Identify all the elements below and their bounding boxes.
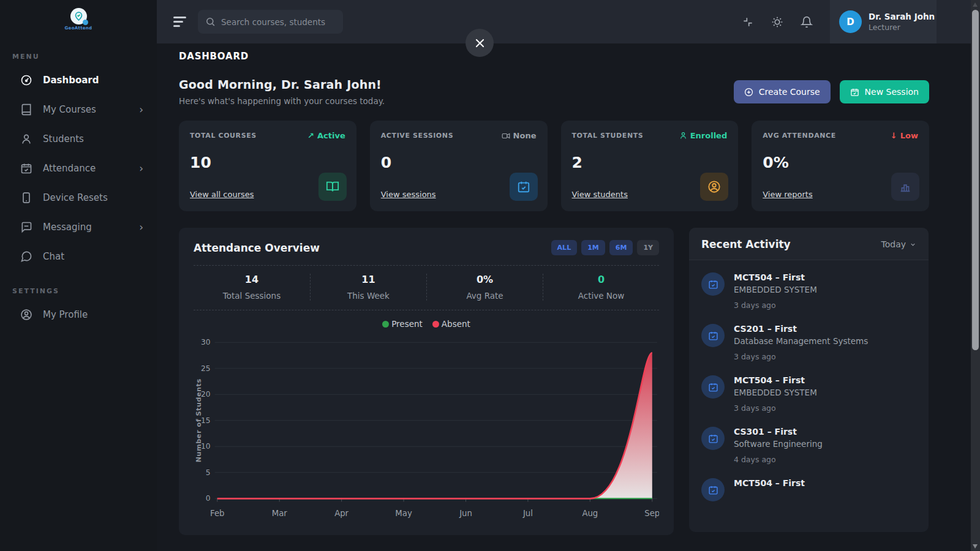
person-icon <box>679 132 687 140</box>
sidebar-item-my-profile[interactable]: My Profile <box>0 300 157 329</box>
svg-text:Aug: Aug <box>582 509 598 518</box>
calendar-check-icon <box>510 173 538 201</box>
compress-icon[interactable] <box>742 16 754 28</box>
close-button[interactable] <box>466 29 494 57</box>
stat-value: 0% <box>763 154 918 171</box>
scroll-down-arrow-icon[interactable] <box>973 544 978 549</box>
view-students-link[interactable]: View students <box>572 190 628 199</box>
chevron-down-icon <box>910 241 916 248</box>
page-scrollbar[interactable] <box>971 0 980 551</box>
scrollbar-thumb[interactable] <box>972 10 979 350</box>
calendar-check-icon <box>701 427 725 450</box>
sidebar-item-label: My Profile <box>43 309 88 320</box>
stat-card-total-courses: TOTAL COURSES ↗ Active 10 View all cours… <box>179 121 356 211</box>
user-role: Lecturer <box>869 23 935 32</box>
range-1m-button[interactable]: 1M <box>581 240 605 255</box>
chevron-right-icon: › <box>139 163 143 174</box>
notifications-bell-icon[interactable] <box>801 16 813 28</box>
search-box[interactable] <box>198 10 343 34</box>
arrow-down-icon: ↓ <box>891 131 897 140</box>
stat-total-sessions: 14 Total Sessions <box>194 274 310 301</box>
avatar: D <box>839 10 862 33</box>
range-6m-button[interactable]: 6M <box>609 240 633 255</box>
activity-item[interactable]: CS301 – First Software Engineering 4 day… <box>701 427 916 464</box>
range-1y-button[interactable]: 1Y <box>637 240 659 255</box>
stat-avg-rate: 0% Avg Rate <box>426 274 543 301</box>
user-circle-icon <box>20 309 32 321</box>
absent-dot-icon <box>432 321 439 328</box>
legend-absent: Absent <box>432 319 470 329</box>
activity-item[interactable]: CS201 – First Database Management System… <box>701 324 916 361</box>
legend-present: Present <box>382 319 423 329</box>
sidebar-item-label: Messaging <box>43 222 92 233</box>
calendar-check-icon <box>20 162 32 174</box>
activity-filter-dropdown[interactable]: Today <box>881 239 917 249</box>
stat-value: 0 <box>381 154 537 171</box>
app-logo[interactable]: GeoAttend <box>0 0 157 31</box>
sidebar-item-attendance[interactable]: Attendance › <box>0 154 157 183</box>
sidebar-item-chat[interactable]: Chat <box>0 242 157 271</box>
view-reports-link[interactable]: View reports <box>763 190 812 199</box>
status-badge: Enrolled <box>679 131 728 140</box>
chart-legend: Present Absent <box>194 319 659 329</box>
settings-section-label: SETTINGS <box>12 287 157 295</box>
sidebar-item-label: Attendance <box>43 163 96 174</box>
stat-card-total-students: TOTAL STUDENTS Enrolled 2 View students <box>561 121 739 211</box>
sidebar-item-label: Chat <box>43 251 64 262</box>
status-badge: ↗ Active <box>307 131 345 140</box>
svg-text:25: 25 <box>201 364 211 373</box>
svg-text:30: 30 <box>201 338 211 347</box>
dashboard-icon <box>20 74 32 86</box>
chevron-right-icon: › <box>139 222 143 233</box>
smartphone-icon <box>20 192 32 204</box>
sidebar-item-device-resets[interactable]: Device Resets <box>0 183 157 212</box>
activity-item[interactable]: MCT504 – First EMBEDDED SYSTEM 3 days ag… <box>701 375 916 413</box>
scroll-up-arrow-icon[interactable] <box>973 2 978 7</box>
sidebar-item-dashboard[interactable]: Dashboard <box>0 66 157 95</box>
range-all-button[interactable]: ALL <box>551 240 578 255</box>
sidebar-item-label: Dashboard <box>43 75 99 86</box>
svg-text:Sep: Sep <box>644 509 659 518</box>
stat-value: 2 <box>572 154 728 171</box>
sidebar-item-students[interactable]: Students <box>0 124 157 154</box>
stat-active-now: 0 Active Now <box>543 274 659 301</box>
close-icon <box>474 37 486 49</box>
theme-sun-icon[interactable] <box>771 16 783 28</box>
svg-text:5: 5 <box>206 468 211 477</box>
attendance-overview-panel: Attendance Overview ALL 1M 6M 1Y 14 Tota… <box>179 228 674 535</box>
svg-text:Feb: Feb <box>210 509 224 518</box>
menu-toggle-icon[interactable] <box>173 17 187 27</box>
sidebar-item-my-courses[interactable]: My Courses › <box>0 95 157 124</box>
create-course-button[interactable]: Create Course <box>734 80 831 103</box>
svg-text:Apr: Apr <box>334 509 349 518</box>
user-circle-icon <box>700 173 728 201</box>
search-input[interactable] <box>221 17 331 27</box>
view-all-courses-link[interactable]: View all courses <box>190 190 254 199</box>
stat-label: TOTAL COURSES <box>190 132 257 140</box>
menu-section-label: MENU <box>12 53 157 61</box>
plus-circle-icon <box>744 88 753 97</box>
search-icon <box>205 17 216 27</box>
sidebar-item-label: Students <box>43 133 84 144</box>
calendar-icon <box>850 88 859 97</box>
logo-text: GeoAttend <box>65 26 92 31</box>
new-session-button[interactable]: New Session <box>840 80 929 103</box>
svg-text:May: May <box>395 509 412 518</box>
svg-text:0: 0 <box>206 494 211 503</box>
attendance-title: Attendance Overview <box>194 242 320 254</box>
calendar-check-icon <box>701 324 725 347</box>
svg-text:Mar: Mar <box>272 509 288 518</box>
view-sessions-link[interactable]: View sessions <box>381 190 436 199</box>
recent-activity-panel: Recent Activity Today MCT504 – First EMB… <box>689 228 929 532</box>
activity-item[interactable]: MCT504 – First EMBEDDED SYSTEM 3 days ag… <box>701 272 916 310</box>
stat-card-active-sessions: ACTIVE SESSIONS None 0 View sessions <box>370 121 548 211</box>
user-menu[interactable]: D Dr. Sarah John Lecturer <box>830 0 937 43</box>
activity-item[interactable]: MCT504 – First <box>701 478 916 501</box>
sidebar-item-messaging[interactable]: Messaging › <box>0 212 157 242</box>
video-icon <box>502 132 510 140</box>
greeting-subtitle: Here's what's happening with your course… <box>179 96 385 106</box>
svg-text:Number of Students: Number of Students <box>195 378 203 462</box>
logo-dot <box>83 20 88 25</box>
bar-chart-icon <box>891 173 919 201</box>
status-badge: ↓ Low <box>891 131 918 140</box>
